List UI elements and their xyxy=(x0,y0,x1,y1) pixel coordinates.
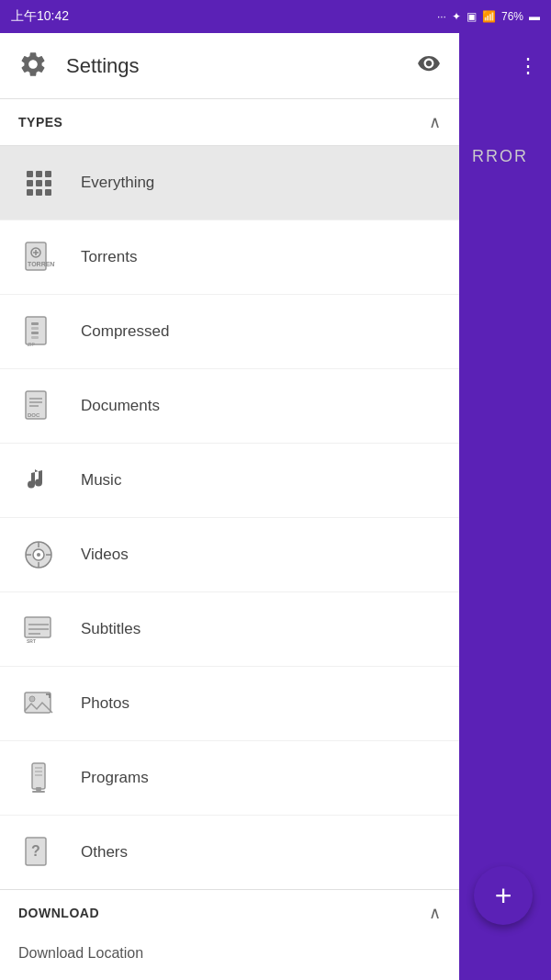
svg-rect-32 xyxy=(36,787,41,791)
types-section-header[interactable]: TYPES ∧ xyxy=(0,99,459,146)
menu-item-videos[interactable]: Videos xyxy=(0,518,459,592)
menu-item-music-label: Music xyxy=(81,471,121,490)
compressed-icon: ZIP xyxy=(18,311,59,352)
background-purple xyxy=(459,33,551,980)
error-text: RROR xyxy=(472,147,528,166)
programs-icon xyxy=(18,758,59,798)
svg-rect-26 xyxy=(25,693,51,713)
grid-icon xyxy=(18,163,59,203)
download-chevron-up-icon: ∧ xyxy=(429,903,441,923)
photos-icon xyxy=(18,683,59,724)
svg-text:?: ? xyxy=(31,843,40,859)
svg-rect-6 xyxy=(31,332,39,334)
menu-list: Everything TORRENT Torrents xyxy=(0,146,459,889)
svg-text:ZIP: ZIP xyxy=(28,342,35,347)
menu-item-everything-label: Everything xyxy=(81,174,154,192)
status-time: 上午10:42 xyxy=(11,8,69,25)
music-icon xyxy=(18,460,59,501)
menu-item-programs-label: Programs xyxy=(81,769,149,787)
svg-rect-3 xyxy=(26,317,46,344)
header-title: Settings xyxy=(66,54,417,78)
battery-icon: ▬ xyxy=(529,10,540,23)
status-icons: ··· ✦ ▣ 📶 76% ▬ xyxy=(437,10,540,23)
battery-text: 76% xyxy=(501,10,523,23)
menu-item-documents-label: Documents xyxy=(81,397,160,415)
menu-item-photos[interactable]: Photos xyxy=(0,667,459,741)
menu-item-torrents[interactable]: TORRENT Torrents xyxy=(0,220,459,295)
menu-item-subtitles[interactable]: SRT Subtitles xyxy=(0,592,459,667)
menu-item-compressed-label: Compressed xyxy=(81,322,169,341)
sim-icon: ▣ xyxy=(467,10,477,23)
others-icon: ? xyxy=(18,832,59,873)
menu-item-photos-label: Photos xyxy=(81,694,129,713)
status-bar: 上午10:42 ··· ✦ ▣ 📶 76% ▬ xyxy=(0,0,551,33)
settings-gear-icon xyxy=(18,50,51,83)
documents-icon: DOC xyxy=(18,386,59,426)
signal-icon: ··· xyxy=(437,10,446,23)
chevron-up-icon: ∧ xyxy=(429,112,441,132)
download-section-title: DOWNLOAD xyxy=(18,906,99,920)
svg-text:DOC: DOC xyxy=(28,412,40,418)
eye-icon[interactable] xyxy=(417,51,441,81)
download-location[interactable]: Download Location xyxy=(0,936,459,980)
svg-point-16 xyxy=(37,553,40,557)
svg-rect-7 xyxy=(31,336,39,339)
settings-header: Settings xyxy=(0,33,459,99)
purple-header-bar: ⋮ xyxy=(459,33,551,99)
download-section: DOWNLOAD ∧ Download Location xyxy=(0,889,459,980)
header-actions xyxy=(417,51,441,81)
more-vert-icon[interactable]: ⋮ xyxy=(518,54,538,78)
plus-icon: + xyxy=(495,881,512,910)
menu-item-torrents-label: Torrents xyxy=(81,248,137,266)
menu-item-subtitles-label: Subtitles xyxy=(81,620,141,638)
svg-text:SRT: SRT xyxy=(27,638,36,644)
menu-item-everything[interactable]: Everything xyxy=(0,146,459,220)
svg-text:TORRENT: TORRENT xyxy=(28,261,55,267)
subtitles-icon: SRT xyxy=(18,609,59,649)
svg-rect-4 xyxy=(31,322,39,325)
fab-button[interactable]: + xyxy=(474,866,533,925)
download-section-header[interactable]: DOWNLOAD ∧ xyxy=(0,890,459,936)
bluetooth-icon: ✦ xyxy=(452,10,461,23)
menu-item-videos-label: Videos xyxy=(81,546,129,564)
menu-item-documents[interactable]: DOC Documents xyxy=(0,369,459,444)
svg-point-27 xyxy=(29,696,35,702)
menu-item-programs[interactable]: Programs xyxy=(0,741,459,816)
svg-rect-28 xyxy=(32,763,45,789)
types-section-title: TYPES xyxy=(18,115,62,130)
wifi-icon: 📶 xyxy=(482,10,496,23)
menu-item-music[interactable]: Music xyxy=(0,444,459,518)
videos-icon xyxy=(18,535,59,575)
drawer-panel: Settings TYPES ∧ Everything xyxy=(0,33,459,980)
torrent-icon: TORRENT xyxy=(18,237,59,277)
svg-rect-5 xyxy=(31,327,39,330)
svg-rect-33 xyxy=(32,791,45,793)
menu-item-others[interactable]: ? Others xyxy=(0,816,459,889)
menu-item-others-label: Others xyxy=(81,843,128,862)
menu-item-compressed[interactable]: ZIP Compressed xyxy=(0,295,459,369)
